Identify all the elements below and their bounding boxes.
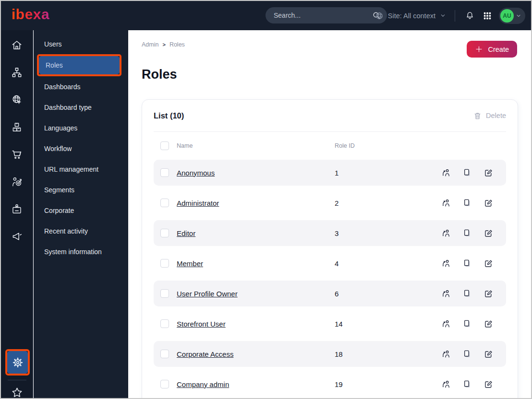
role-name-link[interactable]: Corporate Access (177, 350, 335, 358)
edit-role-button[interactable] (483, 167, 494, 178)
side-menu-item-users[interactable]: Users (34, 34, 128, 54)
corporate-badge-icon (11, 203, 23, 215)
star-icon (11, 386, 24, 399)
table-row: Corporate Access 18 (154, 341, 506, 367)
edit-role-button[interactable] (483, 378, 494, 390)
assign-role-button[interactable] (440, 197, 452, 209)
edit-role-button[interactable] (483, 348, 494, 360)
sidebar-corporate-button[interactable] (1, 195, 33, 223)
sidebar-personalization-button[interactable] (1, 168, 33, 195)
row-checkbox[interactable] (160, 259, 169, 268)
delete-button[interactable]: Delete (473, 112, 506, 120)
sidebar-bookmarks-button[interactable] (5, 383, 29, 399)
sidebar-content-tree-button[interactable] (1, 59, 33, 86)
search-input[interactable] (266, 12, 372, 19)
assign-role-button[interactable] (440, 348, 452, 360)
role-id-value: 1 (335, 169, 440, 177)
side-menu-item-segments[interactable]: Segments (34, 179, 128, 200)
side-menu-item-label: Dashboards (44, 83, 81, 91)
copy-role-button[interactable] (461, 318, 473, 329)
sidebar-products-button[interactable] (1, 113, 33, 141)
sidebar-admin-settings-button[interactable] (7, 351, 28, 374)
highlight-annotation-roles: Roles (37, 54, 121, 76)
row-checkbox[interactable] (160, 380, 169, 388)
sidebar-home-button[interactable] (1, 31, 33, 59)
copy-role-button[interactable] (461, 348, 473, 360)
role-name-link[interactable]: Editor (177, 229, 335, 237)
assign-user-icon (441, 258, 451, 269)
create-button-label: Create (488, 46, 509, 53)
edit-icon (483, 349, 494, 359)
role-name-link[interactable]: Storefront User (177, 320, 335, 328)
side-menu-item-roles[interactable]: Roles (39, 56, 120, 74)
role-name-link[interactable]: Anonymous (177, 169, 335, 177)
side-menu-item-languages[interactable]: Languages (34, 117, 128, 138)
create-button[interactable]: Create (467, 41, 517, 58)
side-menu-item-dashboards[interactable]: Dashboards (34, 76, 128, 97)
role-name-link[interactable]: Company admin (177, 380, 335, 388)
user-menu[interactable]: AU (499, 8, 525, 24)
row-checkbox[interactable] (160, 319, 169, 328)
breadcrumb-item-roles[interactable]: Roles (169, 41, 185, 48)
row-checkbox[interactable] (160, 229, 169, 237)
copy-role-button[interactable] (461, 258, 473, 269)
row-checkbox[interactable] (160, 199, 169, 207)
copy-role-button[interactable] (461, 288, 473, 299)
side-menu-item-url-management[interactable]: URL management (34, 159, 128, 179)
assign-role-button[interactable] (440, 288, 452, 299)
row-checkbox[interactable] (160, 289, 169, 298)
breadcrumb-separator: > (162, 42, 165, 47)
assign-role-button[interactable] (440, 318, 452, 329)
edit-role-button[interactable] (483, 227, 494, 239)
row-checkbox[interactable] (160, 350, 169, 358)
side-menu-item-dashboard-type[interactable]: Dashboard type (34, 97, 128, 117)
role-name-link[interactable]: User Profile Owner (177, 290, 335, 298)
copy-role-button[interactable] (461, 167, 473, 178)
role-id-value: 3 (335, 229, 440, 237)
assign-user-icon (441, 228, 451, 238)
row-checkbox[interactable] (160, 168, 169, 177)
copy-icon (462, 318, 472, 329)
side-menu-item-label: System information (44, 248, 102, 256)
edit-role-button[interactable] (483, 318, 494, 329)
row-actions (440, 167, 494, 178)
megaphone-icon (11, 230, 23, 243)
main-content: Admin > Roles Create Roles List (10) Del… (128, 30, 532, 399)
assign-role-button[interactable] (440, 378, 452, 390)
edit-icon (483, 258, 494, 269)
assign-role-button[interactable] (440, 258, 452, 269)
cart-icon (11, 148, 23, 161)
side-menu-item-recent-activity[interactable]: Recent activity (34, 221, 128, 241)
side-menu-item-system-information[interactable]: System information (34, 241, 128, 262)
sidebar-marketing-button[interactable] (1, 223, 33, 250)
row-actions (440, 227, 494, 239)
assign-role-button[interactable] (440, 227, 452, 239)
role-name-link[interactable]: Member (177, 259, 335, 268)
sidebar-site-button[interactable] (1, 86, 33, 113)
sidebar-commerce-button[interactable] (1, 141, 33, 168)
role-name-link[interactable]: Administrator (177, 199, 335, 207)
row-actions (440, 197, 494, 209)
assign-role-button[interactable] (440, 167, 452, 178)
copy-role-button[interactable] (461, 197, 473, 209)
copy-role-button[interactable] (461, 227, 473, 239)
copy-icon (462, 288, 472, 299)
copy-role-button[interactable] (461, 378, 473, 390)
side-menu-item-label: Languages (44, 124, 77, 132)
copy-icon (462, 228, 472, 238)
side-menu-item-workflow[interactable]: Workflow (34, 138, 128, 159)
select-all-checkbox[interactable] (160, 141, 169, 150)
side-menu-item-corporate[interactable]: Corporate (34, 200, 128, 221)
edit-role-button[interactable] (483, 197, 494, 209)
row-actions (440, 348, 494, 360)
breadcrumb-item-admin[interactable]: Admin (142, 41, 158, 48)
edit-role-button[interactable] (483, 288, 494, 299)
assign-user-icon (441, 379, 451, 389)
apps-grid-button[interactable] (482, 11, 493, 21)
sidebar-divider (8, 380, 26, 380)
column-header-name: Name (177, 142, 335, 149)
notifications-button[interactable] (464, 10, 476, 22)
edit-role-button[interactable] (483, 258, 494, 269)
table-body: Anonymous 1 Administrator 2 (154, 160, 506, 397)
site-context-selector[interactable]: Site: All context (375, 12, 446, 20)
